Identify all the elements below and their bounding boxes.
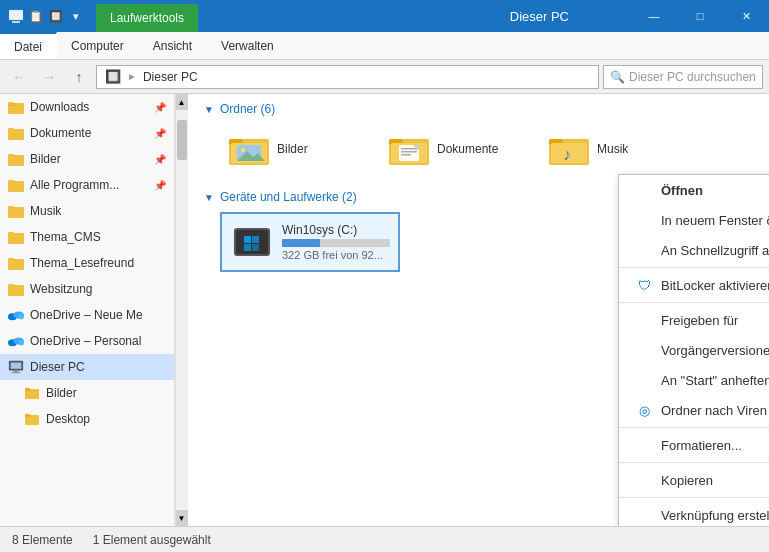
ribbon-tab-ansicht[interactable]: Ansicht (139, 32, 207, 59)
svg-rect-30 (25, 388, 30, 391)
svg-rect-18 (8, 284, 14, 287)
sidebar-scrollbar[interactable]: ▲ ▼ (175, 94, 187, 526)
sidebar-item-dokumente[interactable]: Dokumente 📌 (0, 120, 174, 146)
ctx-item-neuesfenster[interactable]: In neuem Fenster öffnen (619, 205, 769, 235)
ctx-item-freigeben[interactable]: Freigeben für (619, 305, 769, 335)
sidebar-item-desktop[interactable]: Desktop (0, 406, 174, 432)
maximize-button[interactable]: □ (677, 0, 723, 32)
folder-icon (8, 281, 24, 297)
title-controls: — □ ✕ (631, 0, 769, 32)
svg-rect-16 (8, 258, 14, 261)
sidebar-label-websitzung: Websitzung (30, 282, 92, 296)
forward-button[interactable]: → (36, 64, 62, 90)
pin-icon-downloads: 📌 (154, 102, 166, 113)
svg-rect-10 (8, 180, 14, 183)
svg-point-38 (241, 148, 245, 152)
ctx-item-schnellzugriff[interactable]: An Schnellzugriff anheften (619, 235, 769, 265)
pc-icon (8, 359, 24, 375)
back-button[interactable]: ← (6, 64, 32, 90)
ctx-label-verknuepfung: Verknüpfung erstellen (661, 508, 769, 523)
ctx-item-kopieren[interactable]: Kopieren (619, 465, 769, 495)
ctx-label-freigeben: Freigeben für (661, 313, 738, 328)
ctx-icon-schnellzugriff (635, 241, 653, 259)
drive-item-c[interactable]: Win10sys (C:) 322 GB frei von 92... (220, 212, 400, 272)
folder-icon (8, 177, 24, 193)
sidebar-item-dieserpc[interactable]: Dieser PC (0, 354, 174, 380)
ctx-label-kopieren: Kopieren (661, 473, 713, 488)
sidebar-item-themalese[interactable]: Thema_Lesefreund (0, 250, 174, 276)
svg-rect-27 (13, 371, 18, 373)
sidebar-label-downloads: Downloads (30, 100, 89, 114)
ctx-icon-freigeben (635, 311, 653, 329)
folder-item-dokumente[interactable]: Dokumente (380, 124, 530, 174)
ctx-item-verknuepfung[interactable]: Verknüpfung erstellen (619, 500, 769, 526)
sidebar-item-themacms[interactable]: Thema_CMS (0, 224, 174, 250)
ctx-sep-2 (619, 302, 769, 303)
ctx-item-formatieren[interactable]: Formatieren... (619, 430, 769, 460)
minimize-button[interactable]: — (631, 0, 677, 32)
onedrive-icon (8, 307, 24, 323)
sidebar-label-themacms: Thema_CMS (30, 230, 101, 244)
ctx-sep-1 (619, 267, 769, 268)
ctx-icon-kopieren (635, 471, 653, 489)
svg-rect-44 (401, 151, 417, 153)
sidebar-label-bilder-top: Bilder (30, 152, 61, 166)
sidebar-label-bilder-sub: Bilder (46, 386, 77, 400)
ctx-item-bitlocker[interactable]: 🛡 BitLocker aktivieren (619, 270, 769, 300)
context-menu: Öffnen In neuem Fenster öffnen An Schnel… (618, 174, 769, 526)
folder-icon (8, 151, 24, 167)
sidebar-item-musik[interactable]: Musik (0, 198, 174, 224)
sidebar-label-programme: Alle Programm... (30, 178, 119, 192)
scroll-thumb[interactable] (177, 120, 187, 160)
ribbon-tab-verwalten[interactable]: Verwalten (207, 32, 289, 59)
ctx-label-start: An "Start" anheften (661, 373, 769, 388)
search-box[interactable]: 🔍 Dieser PC durchsuchen (603, 65, 763, 89)
svg-point-24 (19, 340, 24, 345)
ctx-item-viren[interactable]: ◎ Ordner nach Viren und Spyware scannen (619, 395, 769, 425)
drive-bar-c (282, 239, 390, 247)
sidebar-item-bilder-sub[interactable]: Bilder (0, 380, 174, 406)
folder-item-musik[interactable]: ♪ Musik (540, 124, 690, 174)
sidebar-item-onedrive1[interactable]: OneDrive – Neue Me (0, 302, 174, 328)
title-icon-4: ▾ (68, 8, 84, 24)
ctx-item-oeffnen[interactable]: Öffnen (619, 175, 769, 205)
statusbar: 8 Elemente 1 Element ausgewählt (0, 526, 769, 552)
ctx-item-vorgaenger[interactable]: Vorgängerversionen wiederherstellen (619, 335, 769, 365)
scroll-down[interactable]: ▼ (176, 510, 188, 526)
drive-size-c: 322 GB frei von 92... (282, 249, 390, 261)
sidebar-item-programme[interactable]: Alle Programm... 📌 (0, 172, 174, 198)
shield-icon: 🛡 (635, 276, 653, 294)
main-area: Downloads 📌 Dokumente 📌 Bilder 📌 (0, 94, 769, 526)
up-button[interactable]: ↑ (66, 64, 92, 90)
scroll-up[interactable]: ▲ (176, 94, 188, 110)
svg-rect-14 (8, 232, 14, 235)
sidebar-container: Downloads 📌 Dokumente 📌 Bilder 📌 (0, 94, 188, 526)
folder-item-bilder[interactable]: Bilder (220, 124, 370, 174)
ctx-label-schnellzugriff: An Schnellzugriff anheften (661, 243, 769, 258)
folder-grid: Bilder (204, 124, 753, 174)
ribbon-tab-computer[interactable]: Computer (57, 32, 139, 59)
tab-laufwerktools[interactable]: Laufwerktools (96, 4, 198, 32)
ctx-item-start[interactable]: An "Start" anheften (619, 365, 769, 395)
sidebar: Downloads 📌 Dokumente 📌 Bilder 📌 (0, 94, 175, 526)
sidebar-label-onedrive1: OneDrive – Neue Me (30, 308, 143, 322)
sidebar-item-websitzung[interactable]: Websitzung (0, 276, 174, 302)
sidebar-item-downloads[interactable]: Downloads 📌 (0, 94, 174, 120)
title-bar: 📋 🔲 ▾ Laufwerktools Dieser PC — □ ✕ (0, 0, 769, 32)
folder-bilder-icon (229, 133, 269, 165)
ctx-label-bitlocker: BitLocker aktivieren (661, 278, 769, 293)
app-icon (8, 8, 24, 24)
search-placeholder: Dieser PC durchsuchen (629, 70, 756, 84)
svg-rect-8 (8, 154, 14, 157)
sidebar-item-onedrive2[interactable]: OneDrive – Personal (0, 328, 174, 354)
drive-info-c: Win10sys (C:) 322 GB frei von 92... (282, 223, 390, 261)
sidebar-item-bilder[interactable]: Bilder 📌 (0, 146, 174, 172)
address-box[interactable]: 🔲 ► Dieser PC (96, 65, 599, 89)
section-ordner-header[interactable]: ▼ Ordner (6) (204, 102, 753, 116)
statusbar-selected: 1 Element ausgewählt (93, 533, 211, 547)
ribbon-tab-datei[interactable]: Datei (0, 32, 57, 59)
ctx-icon-formatieren (635, 436, 653, 454)
svg-rect-0 (9, 10, 23, 20)
ctx-icon-verknuepfung (635, 506, 653, 524)
close-button[interactable]: ✕ (723, 0, 769, 32)
